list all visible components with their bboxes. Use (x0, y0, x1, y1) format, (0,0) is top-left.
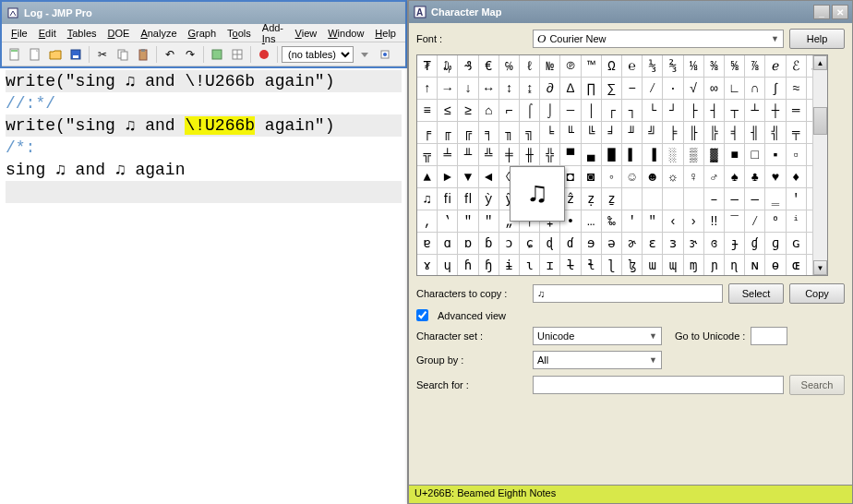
char-cell[interactable]: ‹ (663, 210, 683, 233)
char-cell[interactable]: ɜ (663, 233, 683, 255)
grid-icon[interactable] (228, 45, 246, 64)
char-cell[interactable]: ╗ (520, 122, 540, 144)
char-cell[interactable]: ⅞ (745, 55, 765, 78)
char-cell[interactable]: ┴ (745, 100, 765, 122)
char-cell[interactable]: ╒ (417, 122, 438, 144)
char-cell[interactable]: ≥ (458, 100, 478, 122)
char-cell[interactable]: ∆ (560, 78, 581, 100)
char-cell[interactable]: ⌠ (520, 100, 540, 122)
char-cell[interactable]: ℗ (560, 55, 581, 78)
char-cell[interactable]: ɯ (643, 255, 663, 276)
char-cell[interactable]: ɦ (458, 255, 478, 276)
char-cell[interactable]: ⌂ (479, 100, 499, 122)
char-cell[interactable]: ▪ (765, 144, 786, 166)
char-cell[interactable]: ɛ (643, 233, 663, 255)
char-cell[interactable]: ♥ (765, 166, 786, 188)
char-cell[interactable]: ╖ (499, 122, 520, 144)
char-cell[interactable]: ∕ (643, 78, 663, 100)
char-cell[interactable]: ẕ (602, 188, 622, 210)
char-cell[interactable]: ♣ (745, 166, 765, 188)
char-cell[interactable]: ‚ (417, 210, 438, 233)
char-cell[interactable]: ╩ (479, 144, 499, 166)
menu-graph[interactable]: Graph (183, 26, 222, 41)
char-cell[interactable]: ╤ (787, 122, 807, 144)
char-cell[interactable]: ⅓ (643, 55, 663, 78)
minimize-button[interactable]: _ (813, 5, 830, 19)
char-cell[interactable]: ɬ (582, 255, 602, 276)
char-cell[interactable]: ɚ (622, 233, 643, 255)
char-cell[interactable]: ɨ (499, 255, 520, 276)
char-cell[interactable]: ▒ (684, 144, 704, 166)
char-cell[interactable]: ɘ (582, 233, 602, 255)
config-icon[interactable] (376, 45, 394, 64)
char-cell[interactable]: ℮ (622, 55, 643, 78)
char-cell[interactable]: ▓ (704, 144, 725, 166)
save-icon[interactable] (66, 45, 85, 64)
char-cell[interactable]: ├ (684, 100, 704, 122)
char-cell[interactable]: ◄ (479, 166, 499, 188)
menu-window[interactable]: Window (322, 26, 369, 41)
char-cell[interactable]: ɝ (684, 233, 704, 255)
menu-tools[interactable]: Tools (222, 26, 257, 41)
copy-icon[interactable] (114, 45, 132, 64)
char-cell[interactable]: ɓ (479, 233, 499, 255)
char-cell[interactable]: " (479, 210, 499, 233)
char-cell[interactable]: ə (602, 233, 622, 255)
char-cell[interactable]: ╕ (479, 122, 499, 144)
char-cell[interactable]: ╣ (765, 122, 786, 144)
char-cell[interactable]: ɕ (520, 233, 540, 255)
char-cell[interactable]: ‏ (684, 188, 704, 210)
char-cell[interactable]: ⁄ (745, 210, 765, 233)
font-select[interactable]: OCourier New ▼ (533, 30, 784, 48)
char-cell[interactable]: ɲ (704, 255, 725, 276)
menu-edit[interactable]: Edit (33, 26, 62, 41)
select-button[interactable]: Select (728, 283, 784, 304)
char-cell[interactable]: ╠ (704, 122, 725, 144)
char-cell[interactable]: ℓ (520, 55, 540, 78)
char-cell[interactable]: ╞ (663, 122, 683, 144)
char-cell[interactable]: ɵ (765, 255, 786, 276)
char-cell[interactable]: ┘ (663, 100, 683, 122)
char-cell[interactable]: ⁰ (765, 210, 786, 233)
char-cell[interactable]: € (479, 55, 499, 78)
char-cell[interactable]: ɥ (438, 255, 458, 276)
char-cell[interactable]: ɪ (540, 255, 560, 276)
char-cell[interactable]: ‌ (622, 188, 643, 210)
char-cell[interactable]: ⁱ (787, 210, 807, 233)
char-cell[interactable]: ╜ (622, 122, 643, 144)
char-cell[interactable]: ═ (787, 100, 807, 122)
redo-icon[interactable]: ↷ (181, 45, 199, 64)
char-cell[interactable]: ☻ (643, 166, 663, 188)
char-cell[interactable]: – (704, 188, 725, 210)
char-cell[interactable]: ‼ (704, 210, 725, 233)
char-cell[interactable]: ∑ (602, 78, 622, 100)
menu-tables[interactable]: Tables (62, 26, 102, 41)
char-cell[interactable]: › (684, 210, 704, 233)
char-cell[interactable]: √ (684, 78, 704, 100)
char-cell[interactable]: ‛ (438, 210, 458, 233)
char-cell[interactable]: ẓ (582, 188, 602, 210)
char-cell[interactable]: ‍ (643, 188, 663, 210)
char-cell[interactable]: ⅔ (663, 55, 683, 78)
cut-icon[interactable]: ✂ (93, 45, 112, 64)
menu-file[interactable]: File (6, 26, 33, 41)
menu-doe[interactable]: DOE (102, 26, 136, 41)
char-cell[interactable]: ╫ (520, 144, 540, 166)
char-cell[interactable]: ɱ (684, 255, 704, 276)
scrollbar[interactable]: ▲ ▼ (812, 55, 827, 275)
char-cell[interactable]: ℯ (765, 55, 786, 78)
char-cell[interactable]: ⅜ (704, 55, 725, 78)
char-cell[interactable]: № (540, 55, 560, 78)
char-cell[interactable]: ɮ (622, 255, 643, 276)
char-cell[interactable]: ╚ (582, 122, 602, 144)
char-cell[interactable]: ∩ (745, 78, 765, 100)
char-cell[interactable]: ɔ (499, 233, 520, 255)
char-cell[interactable]: ▫ (787, 144, 807, 166)
char-cell[interactable]: └ (643, 100, 663, 122)
char-cell[interactable]: ╦ (417, 144, 438, 166)
undo-icon[interactable]: ↶ (161, 45, 179, 64)
char-cell[interactable]: ₰ (458, 55, 478, 78)
char-cell[interactable]: ╬ (540, 144, 560, 166)
scroll-up-icon[interactable]: ▲ (813, 55, 827, 70)
char-cell[interactable]: ﬂ (458, 188, 478, 210)
